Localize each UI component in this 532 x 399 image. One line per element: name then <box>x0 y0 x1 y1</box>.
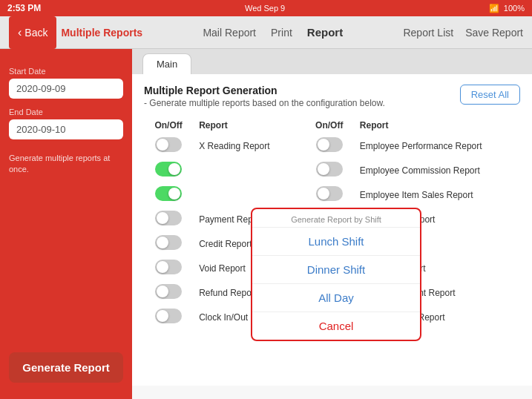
toggle-cell <box>305 133 354 158</box>
toggle-payment[interactable] <box>155 211 182 225</box>
main-layout: Start Date End Date Generate multiple re… <box>0 49 532 399</box>
reset-all-button[interactable]: Reset All <box>460 85 520 105</box>
back-button[interactable]: ‹ Back <box>9 16 56 49</box>
popup-item-dinner[interactable]: Dinner Shift <box>252 256 420 284</box>
table-row: Employee Commission Report <box>144 158 520 182</box>
col-report-right: Report <box>354 117 520 133</box>
toggle-cell <box>144 305 193 329</box>
report-list-link[interactable]: Report List <box>403 27 453 39</box>
mail-report-link[interactable]: Mail Report <box>203 27 256 39</box>
top-nav: ‹ Back Multiple Reports Mail Report Prin… <box>0 16 532 49</box>
col-onoff-right: On/Off <box>305 117 354 133</box>
toggle-cell <box>144 280 193 305</box>
print-link[interactable]: Print <box>271 27 292 39</box>
back-label: Back <box>24 27 47 39</box>
end-date-label: End Date <box>9 108 123 116</box>
sidebar-bottom: Generate Report <box>9 352 123 389</box>
report-name-cell <box>193 158 305 182</box>
table-row: X Reading Report Employee Performance Re… <box>144 133 520 158</box>
report-link-active[interactable]: Report <box>307 26 343 39</box>
sidebar-description: Generate multiple reports at once. <box>9 153 123 176</box>
toggle-cell <box>144 231 193 256</box>
wifi-icon: 📶 <box>489 4 499 13</box>
toggle-emp-item[interactable] <box>316 186 343 201</box>
popup-item-cancel[interactable]: Cancel <box>252 312 420 340</box>
toggle-cell <box>144 207 193 231</box>
toggle-credit[interactable] <box>155 235 182 250</box>
toggle-emp-comm[interactable] <box>316 162 343 177</box>
start-date-label: Start Date <box>9 67 123 76</box>
content-header: Multiple Report Generation - Generate mu… <box>144 85 520 108</box>
toggle-emp-perf[interactable] <box>316 137 343 152</box>
table-row: Employee Item Sales Report <box>144 182 520 207</box>
toggle-cell <box>144 158 193 182</box>
shift-popup: Generate Report by Shift Lunch Shift Din… <box>251 208 421 341</box>
toggle-cell <box>305 158 354 182</box>
status-bar: 2:53 PM Wed Sep 9 📶 100% <box>0 0 532 16</box>
toggle-shift1[interactable] <box>155 162 182 177</box>
generate-report-button[interactable]: Generate Report <box>9 352 123 383</box>
status-time: 2:53 PM <box>7 3 41 13</box>
sidebar: Start Date End Date Generate multiple re… <box>0 49 132 399</box>
battery-icon: 100% <box>504 4 525 13</box>
toggle-cell <box>144 182 193 207</box>
page-title: Multiple Reports <box>61 27 142 39</box>
report-name-cell: Employee Performance Report <box>354 133 520 158</box>
report-name-cell: X Reading Report <box>193 133 305 158</box>
save-report-link[interactable]: Save Report <box>465 27 523 39</box>
report-name-cell: Employee Commission Report <box>354 158 520 182</box>
report-name-cell <box>193 182 305 207</box>
col-onoff-left: On/Off <box>144 117 193 133</box>
start-date-input[interactable] <box>9 79 123 99</box>
toggle-cell <box>144 256 193 280</box>
content-subtitle: - Generate multiple reports based on the… <box>144 98 385 108</box>
top-nav-right: Report List Save Report <box>403 27 523 39</box>
popup-item-lunch[interactable]: Lunch Shift <box>252 228 420 256</box>
content-title-group: Multiple Report Generation - Generate mu… <box>144 85 385 108</box>
content-title: Multiple Report Generation <box>144 85 385 96</box>
toggle-refund[interactable] <box>155 284 182 299</box>
report-name-cell: Employee Item Sales Report <box>354 182 520 207</box>
status-icons: 📶 100% <box>489 4 525 13</box>
tab-main[interactable]: Main <box>142 53 191 74</box>
top-nav-center: Mail Report Print Report <box>203 26 343 39</box>
content-area: Main Multiple Report Generation - Genera… <box>132 49 532 399</box>
toggle-x-reading[interactable] <box>155 137 182 152</box>
back-arrow-icon: ‹ <box>18 26 22 39</box>
toggle-void[interactable] <box>155 260 182 274</box>
popup-item-allday[interactable]: All Day <box>252 284 420 312</box>
toggle-shift2[interactable] <box>155 186 182 201</box>
toggle-cell <box>305 182 354 207</box>
toggle-cell <box>144 133 193 158</box>
end-date-input[interactable] <box>9 119 123 139</box>
tab-bar: Main <box>132 49 532 74</box>
toggle-clock[interactable] <box>155 309 182 323</box>
popup-title: Generate Report by Shift <box>252 209 420 228</box>
col-report-left: Report <box>193 117 305 133</box>
sidebar-top: Start Date End Date Generate multiple re… <box>9 59 123 176</box>
content-inner: Multiple Report Generation - Generate mu… <box>132 74 532 386</box>
status-date: Wed Sep 9 <box>245 4 285 13</box>
